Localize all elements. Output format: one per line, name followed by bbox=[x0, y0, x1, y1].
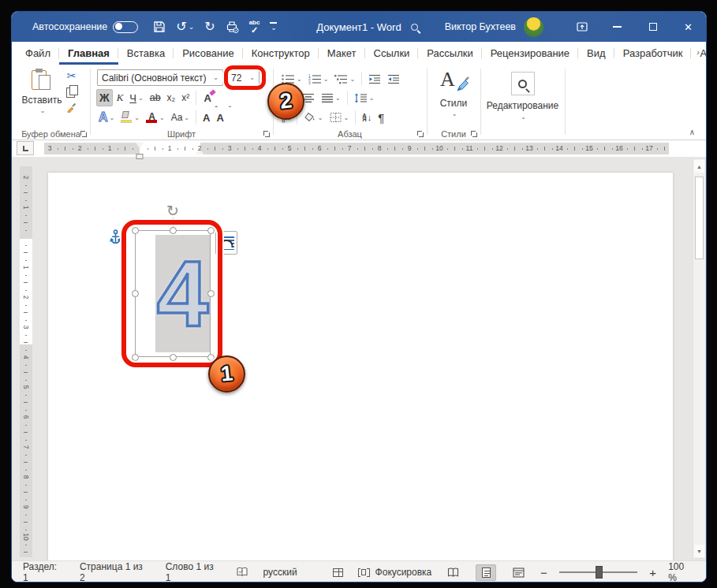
v-ruler-tick bbox=[25, 350, 27, 352]
redo-icon[interactable]: ↻ bbox=[204, 20, 215, 33]
vertical-scrollbar[interactable]: ▲ ▼ bbox=[693, 158, 706, 559]
tab-Главная[interactable]: Главная bbox=[59, 42, 118, 65]
tab-Рецензирование[interactable]: Рецензирование bbox=[482, 42, 578, 65]
zoom-level[interactable]: 100 % bbox=[668, 561, 695, 582]
scroll-down-icon[interactable]: ▼ bbox=[694, 545, 704, 557]
collapse-ribbon-icon[interactable]: ∧ bbox=[689, 128, 695, 136]
customize-qat-icon[interactable]: ⌄ bbox=[270, 22, 277, 31]
font-color-button[interactable]: А⌄ bbox=[144, 109, 167, 126]
strikethrough-button[interactable]: ab bbox=[148, 89, 163, 106]
sort-button[interactable]: АЯ ↓ bbox=[360, 109, 374, 126]
focus-mode-button[interactable]: Фокусировка bbox=[358, 567, 432, 578]
spelling-icon[interactable]: abc ✓ bbox=[249, 20, 260, 35]
print-layout-button[interactable] bbox=[476, 564, 496, 581]
editing-button[interactable]: Редактирование ⌄ bbox=[480, 72, 565, 121]
autosave-control[interactable]: Автосохранение bbox=[32, 21, 138, 33]
text-effects-button[interactable]: А⌄ bbox=[96, 109, 117, 126]
h-ruler-tick bbox=[125, 147, 125, 151]
numbering-button[interactable]: 123 ⌄ bbox=[306, 70, 331, 87]
undo-icon[interactable]: ↺ bbox=[176, 20, 186, 33]
copy-icon[interactable] bbox=[66, 85, 77, 97]
status-bar: Раздел: 1 Страница 1 из 2 Слово 1 из 1 р… bbox=[12, 560, 706, 582]
h-ruler-tick bbox=[372, 148, 374, 150]
zoom-in-icon[interactable]: + bbox=[649, 566, 656, 579]
web-layout-button[interactable] bbox=[508, 564, 528, 581]
tabs-overflow-icon[interactable]: › bbox=[696, 47, 700, 57]
left-indent-marker[interactable] bbox=[136, 154, 144, 159]
close-button[interactable]: ✕ bbox=[670, 12, 706, 42]
format-painter-icon[interactable] bbox=[65, 101, 77, 113]
v-ruler-tick bbox=[24, 192, 28, 193]
maximize-button[interactable] bbox=[635, 12, 670, 42]
print-icon[interactable] bbox=[226, 20, 239, 33]
italic-button[interactable]: K bbox=[114, 89, 126, 106]
tab-Рисование[interactable]: Рисование bbox=[174, 42, 242, 65]
document-page[interactable]: ↻ 4 1 bbox=[48, 173, 673, 560]
clipboard-dialog-launcher[interactable] bbox=[80, 130, 88, 138]
zoom-slider-thumb[interactable] bbox=[596, 566, 603, 579]
vertical-ruler[interactable]: 2112345678910 bbox=[20, 166, 32, 557]
styles-dialog-launcher[interactable] bbox=[470, 130, 478, 138]
paste-button[interactable]: Вставить ⌄ bbox=[21, 69, 62, 114]
proofing-icon[interactable] bbox=[237, 567, 248, 578]
superscript-button[interactable]: x² bbox=[179, 89, 192, 106]
bold-button[interactable]: Ж bbox=[96, 89, 113, 106]
text-highlight-button[interactable]: ⌄ bbox=[118, 109, 142, 126]
cut-icon[interactable]: ✂ bbox=[67, 70, 77, 81]
scrollbar-thumb[interactable] bbox=[695, 177, 704, 259]
user-avatar[interactable] bbox=[524, 17, 543, 37]
tab-selector[interactable] bbox=[17, 141, 34, 155]
shrink-font-button[interactable]: Аˇ bbox=[214, 109, 226, 126]
multilevel-list-button[interactable]: ⌄ bbox=[332, 70, 357, 87]
ribbon: Вставить ⌄ ✂ Буфер обмена Calibri (Основ… bbox=[12, 65, 706, 140]
h-ruler-tick bbox=[58, 148, 59, 150]
font-name-combobox[interactable]: Calibri (Основной текст) ⌄ bbox=[97, 69, 223, 86]
h-ruler-number: 15 bbox=[585, 145, 592, 152]
tab-Файл[interactable]: Файл bbox=[17, 42, 59, 65]
minimize-button[interactable] bbox=[599, 12, 635, 42]
read-mode-button[interactable] bbox=[443, 564, 464, 581]
tab-Разработчик[interactable]: Разработчик bbox=[614, 42, 692, 65]
tab-Макет[interactable]: Макет bbox=[319, 42, 365, 65]
borders-button[interactable]: ⌄ bbox=[327, 109, 352, 126]
justify-button[interactable]: ⌄ bbox=[319, 89, 343, 106]
annotation-callout-1: 1 bbox=[208, 355, 245, 393]
horizontal-ruler[interactable]: 3211234567891011121314151617 bbox=[44, 143, 669, 154]
ribbon-display-options-icon[interactable] bbox=[564, 12, 599, 42]
clear-formatting-button[interactable]: А bbox=[200, 89, 215, 106]
v-ruler-tick bbox=[24, 462, 28, 463]
status-words[interactable]: Слово 1 из 1 bbox=[166, 561, 222, 582]
font-dialog-launcher[interactable] bbox=[263, 130, 271, 138]
user-name[interactable]: Виктор Бухтеев bbox=[445, 21, 516, 32]
subscript-button[interactable]: x₂ bbox=[165, 89, 178, 106]
underline-button[interactable]: Ч⌄ bbox=[127, 89, 145, 106]
status-language[interactable]: русский bbox=[263, 567, 297, 578]
status-section[interactable]: Раздел: 1 bbox=[23, 561, 65, 582]
change-case-button[interactable]: Aa⌄ bbox=[169, 109, 192, 126]
document-title: Документ1 - Word bbox=[316, 21, 401, 33]
search-icon[interactable] bbox=[411, 24, 418, 31]
tab-Вставка[interactable]: Вставка bbox=[118, 42, 174, 65]
tab-Вид[interactable]: Вид bbox=[578, 42, 614, 65]
zoom-slider[interactable] bbox=[559, 571, 638, 573]
styles-button[interactable]: A Стили ⌄ bbox=[433, 68, 474, 117]
status-page[interactable]: Страница 1 из 2 bbox=[80, 561, 151, 582]
shading-button[interactable]: ⌄ bbox=[301, 109, 326, 126]
zoom-out-icon[interactable]: − bbox=[540, 566, 547, 579]
paragraph-dialog-launcher[interactable] bbox=[416, 130, 424, 138]
scroll-up-icon[interactable]: ▲ bbox=[694, 160, 704, 173]
increase-indent-button[interactable] bbox=[385, 70, 402, 87]
decrease-indent-button[interactable] bbox=[366, 70, 383, 87]
show-marks-button[interactable]: ¶ bbox=[375, 109, 387, 126]
autosave-toggle[interactable] bbox=[113, 21, 138, 33]
save-icon[interactable] bbox=[153, 20, 166, 33]
h-ruler-tick bbox=[477, 148, 479, 150]
line-spacing-button[interactable]: ⌄ bbox=[352, 89, 377, 106]
macro-recording-icon[interactable] bbox=[333, 568, 343, 577]
tab-Рассылки[interactable]: Рассылки bbox=[418, 42, 481, 65]
rotation-handle-icon[interactable]: ↻ bbox=[166, 206, 180, 217]
undo-dropdown-icon[interactable]: ⌄ bbox=[189, 24, 195, 31]
grow-font-button[interactable]: Аˆ bbox=[200, 109, 212, 126]
tab-Ссылки[interactable]: Ссылки bbox=[365, 42, 419, 65]
tab-Конструктор[interactable]: Конструктор bbox=[243, 42, 319, 65]
